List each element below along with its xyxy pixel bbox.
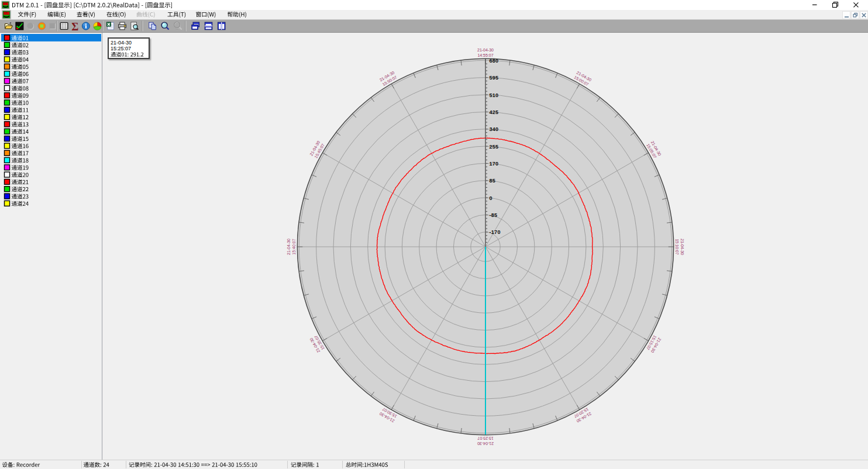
svg-text:0: 0 xyxy=(490,195,492,201)
svg-text:510: 510 xyxy=(490,92,499,98)
svg-text:15:40:07: 15:40:07 xyxy=(292,239,296,254)
svg-text:14:55:07: 14:55:07 xyxy=(477,53,493,57)
svg-text:15:10:07: 15:10:07 xyxy=(675,239,679,254)
svg-text:170: 170 xyxy=(490,161,499,167)
svg-text:21-04-30: 21-04-30 xyxy=(477,442,494,446)
svg-text:21-04-30: 21-04-30 xyxy=(477,48,494,52)
svg-text:255: 255 xyxy=(490,144,499,150)
svg-text:21-04-30: 21-04-30 xyxy=(680,239,684,255)
svg-text:21-04-30: 21-04-30 xyxy=(111,40,132,46)
svg-text:15:25:07: 15:25:07 xyxy=(111,46,131,51)
svg-text:425: 425 xyxy=(490,109,499,115)
svg-text:-170: -170 xyxy=(490,229,501,235)
svg-text:340: 340 xyxy=(490,126,499,132)
svg-text:85: 85 xyxy=(490,178,496,184)
svg-text:595: 595 xyxy=(490,75,499,81)
svg-text:15:25:07: 15:25:07 xyxy=(477,436,493,440)
svg-text:21-04-30: 21-04-30 xyxy=(287,239,291,255)
svg-text:680: 680 xyxy=(490,58,499,64)
svg-text:-85: -85 xyxy=(490,212,498,218)
